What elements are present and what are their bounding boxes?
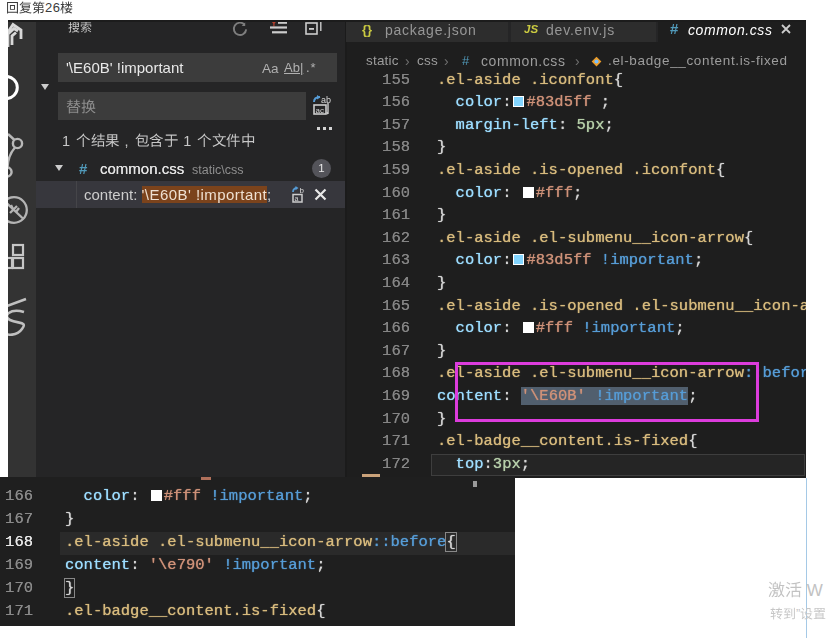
svg-text:ac: ac <box>316 106 324 115</box>
svg-text:a: a <box>295 195 299 202</box>
svg-text:b: b <box>300 186 305 195</box>
svg-text:ab: ab <box>321 95 331 105</box>
